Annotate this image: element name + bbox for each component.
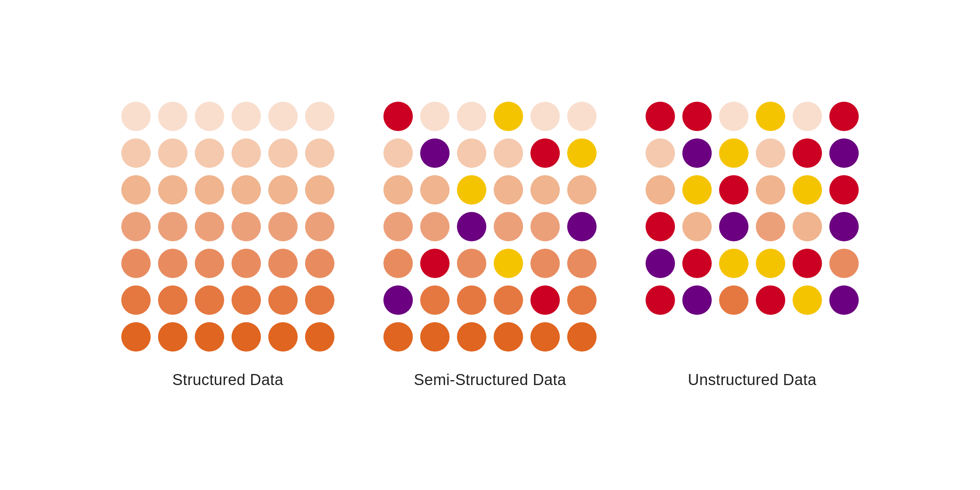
dot-grid-semi-structured: [383, 102, 597, 352]
dot-structured-2-4: [268, 175, 298, 205]
dot-semi-structured-3-1: [420, 212, 450, 241]
dot-structured-6-0: [121, 322, 151, 352]
dot-semi-structured-1-5: [567, 138, 597, 168]
dot-semi-structured-6-1: [420, 322, 450, 352]
dot-semi-structured-3-3: [494, 212, 523, 241]
dot-structured-2-2: [195, 175, 224, 205]
dot-unstructured-3-4: [793, 212, 822, 241]
dot-semi-structured-6-5: [567, 322, 597, 352]
dot-semi-structured-6-2: [457, 322, 486, 352]
dot-structured-6-4: [268, 322, 298, 352]
dot-structured-3-4: [268, 212, 298, 241]
dot-semi-structured-2-0: [383, 175, 413, 205]
dot-semi-structured-6-3: [494, 322, 523, 352]
dot-structured-4-5: [305, 249, 334, 278]
dot-semi-structured-0-2: [457, 102, 486, 131]
dot-semi-structured-0-3: [494, 102, 523, 131]
dot-structured-4-1: [158, 249, 187, 278]
dot-unstructured-5-2: [719, 285, 748, 315]
dot-unstructured-2-1: [682, 175, 712, 205]
dot-structured-5-4: [268, 285, 298, 315]
dot-structured-0-5: [305, 102, 334, 131]
dot-structured-3-1: [158, 212, 187, 241]
dot-structured-3-0: [121, 212, 151, 241]
dot-structured-2-3: [232, 175, 261, 205]
dot-unstructured-3-1: [682, 212, 712, 241]
dot-structured-6-2: [195, 322, 224, 352]
dot-semi-structured-4-5: [567, 249, 597, 278]
dot-semi-structured-5-5: [567, 285, 597, 315]
dot-unstructured-5-0: [646, 285, 675, 315]
dot-semi-structured-1-0: [383, 138, 413, 168]
dot-semi-structured-4-1: [420, 249, 450, 278]
dot-unstructured-1-1: [682, 138, 712, 168]
dot-semi-structured-3-2: [457, 212, 486, 241]
dot-semi-structured-5-0: [383, 285, 413, 315]
dot-unstructured-2-4: [793, 175, 822, 205]
dot-semi-structured-2-5: [567, 175, 597, 205]
dot-structured-5-1: [158, 285, 187, 315]
dot-semi-structured-3-5: [567, 212, 597, 241]
dot-semi-structured-1-2: [457, 138, 486, 168]
dot-structured-1-0: [121, 138, 151, 168]
dot-structured-2-1: [158, 175, 187, 205]
dot-semi-structured-2-2: [457, 175, 486, 205]
dot-unstructured-0-5: [829, 102, 859, 131]
dot-unstructured-3-0: [646, 212, 675, 241]
dot-structured-1-4: [268, 138, 298, 168]
dot-structured-1-5: [305, 138, 334, 168]
dot-unstructured-0-4: [793, 102, 822, 131]
dot-structured-6-5: [305, 322, 334, 352]
dot-semi-structured-4-3: [494, 249, 523, 278]
dot-unstructured-1-0: [646, 138, 675, 168]
dot-unstructured-0-1: [682, 102, 712, 131]
dot-unstructured-0-0: [646, 102, 675, 131]
dot-unstructured-2-3: [756, 175, 785, 205]
dot-unstructured-2-2: [719, 175, 748, 205]
dot-semi-structured-3-0: [383, 212, 413, 241]
dot-structured-2-5: [305, 175, 334, 205]
main-container: Structured DataSemi-Structured DataUnstr…: [121, 102, 859, 389]
dot-semi-structured-4-0: [383, 249, 413, 278]
dot-structured-5-5: [305, 285, 334, 315]
dot-structured-0-4: [268, 102, 298, 131]
dot-unstructured-1-3: [756, 138, 785, 168]
dot-unstructured-4-5: [829, 249, 859, 278]
dot-semi-structured-1-4: [530, 138, 560, 168]
section-structured: Structured Data: [121, 102, 334, 389]
dot-unstructured-4-1: [682, 249, 712, 278]
dot-grid-structured: [121, 102, 334, 352]
dot-unstructured-0-2: [719, 102, 748, 131]
dot-semi-structured-1-3: [494, 138, 523, 168]
dot-structured-1-1: [158, 138, 187, 168]
dot-unstructured-1-2: [719, 138, 748, 168]
dot-structured-5-0: [121, 285, 151, 315]
dot-unstructured-4-3: [756, 249, 785, 278]
dot-semi-structured-5-4: [530, 285, 560, 315]
dot-unstructured-5-5: [829, 285, 859, 315]
dot-structured-5-3: [232, 285, 261, 315]
dot-unstructured-3-3: [756, 212, 785, 241]
dot-structured-1-3: [232, 138, 261, 168]
dot-grid-unstructured: [646, 102, 859, 352]
dot-semi-structured-4-4: [530, 249, 560, 278]
dot-semi-structured-1-1: [420, 138, 450, 168]
dot-unstructured-4-2: [719, 249, 748, 278]
dot-semi-structured-2-1: [420, 175, 450, 205]
label-semi-structured: Semi-Structured Data: [414, 371, 566, 389]
dot-structured-4-2: [195, 249, 224, 278]
dot-semi-structured-0-0: [383, 102, 413, 131]
dot-structured-5-2: [195, 285, 224, 315]
dot-unstructured-5-4: [793, 285, 822, 315]
dot-unstructured-5-1: [682, 285, 712, 315]
dot-unstructured-1-4: [793, 138, 822, 168]
dot-semi-structured-0-4: [530, 102, 560, 131]
dot-structured-4-4: [268, 249, 298, 278]
dot-unstructured-5-3: [756, 285, 785, 315]
dot-unstructured-3-2: [719, 212, 748, 241]
dot-unstructured-1-5: [829, 138, 859, 168]
dot-semi-structured-0-1: [420, 102, 450, 131]
dot-structured-0-1: [158, 102, 187, 131]
dot-structured-4-3: [232, 249, 261, 278]
dot-unstructured-0-3: [756, 102, 785, 131]
